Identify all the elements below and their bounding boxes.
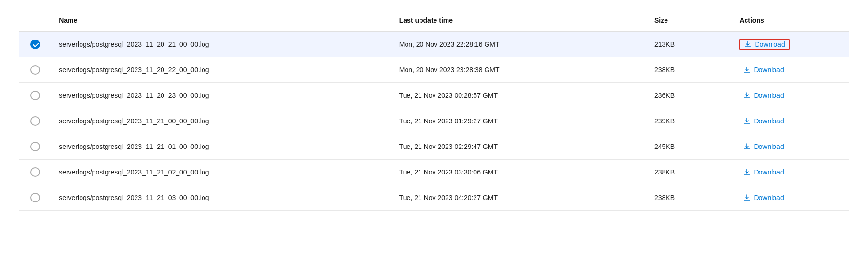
download-icon <box>744 40 752 48</box>
log-files-container: Name Last update time Size Actions serve… <box>0 0 868 220</box>
row-actions-cell: Download <box>732 83 849 108</box>
row-size: 238KB <box>647 57 732 83</box>
table-row: serverlogs/postgresql_2023_11_20_22_00_0… <box>19 57 849 83</box>
download-label: Download <box>754 143 784 150</box>
download-icon <box>743 194 751 201</box>
row-size: 238KB <box>647 185 732 211</box>
row-file-name: serverlogs/postgresql_2023_11_20_22_00_0… <box>51 57 392 83</box>
row-select-radio[interactable] <box>30 142 40 151</box>
row-file-name: serverlogs/postgresql_2023_11_21_01_00_0… <box>51 134 392 160</box>
download-label: Download <box>754 194 784 201</box>
header-checkbox <box>19 10 51 31</box>
row-file-name: serverlogs/postgresql_2023_11_20_23_00_0… <box>51 83 392 108</box>
download-icon <box>743 117 751 125</box>
row-checkbox-cell <box>19 108 51 134</box>
row-actions-cell: Download <box>732 134 849 160</box>
table-row: serverlogs/postgresql_2023_11_21_02_00_0… <box>19 160 849 185</box>
download-label: Download <box>755 40 785 48</box>
row-size: 245KB <box>647 134 732 160</box>
download-button[interactable]: Download <box>739 141 787 152</box>
row-size: 238KB <box>647 160 732 185</box>
row-file-name: serverlogs/postgresql_2023_11_21_03_00_0… <box>51 185 392 211</box>
table-header-row: Name Last update time Size Actions <box>19 10 849 31</box>
row-checkbox-cell <box>19 160 51 185</box>
table-row: serverlogs/postgresql_2023_11_20_21_00_0… <box>19 31 849 57</box>
table-row: serverlogs/postgresql_2023_11_21_00_00_0… <box>19 108 849 134</box>
header-last-update: Last update time <box>392 10 647 31</box>
download-label: Download <box>754 92 784 99</box>
row-checkbox-cell <box>19 185 51 211</box>
row-select-radio[interactable] <box>30 167 40 177</box>
header-name: Name <box>51 10 392 31</box>
download-icon <box>743 168 751 176</box>
row-size: 239KB <box>647 108 732 134</box>
row-last-update: Tue, 21 Nov 2023 03:30:06 GMT <box>392 160 647 185</box>
row-select-radio[interactable] <box>30 193 40 202</box>
table-row: serverlogs/postgresql_2023_11_21_01_00_0… <box>19 134 849 160</box>
download-button[interactable]: Download <box>739 90 787 101</box>
row-checkbox-cell <box>19 31 51 57</box>
header-actions: Actions <box>732 10 849 31</box>
row-last-update: Tue, 21 Nov 2023 04:20:27 GMT <box>392 185 647 211</box>
row-actions-cell: Download <box>732 108 849 134</box>
download-label: Download <box>754 168 784 176</box>
row-last-update: Tue, 21 Nov 2023 02:29:47 GMT <box>392 134 647 160</box>
row-select-radio[interactable] <box>30 40 40 49</box>
download-button[interactable]: Download <box>739 39 789 50</box>
row-checkbox-cell <box>19 57 51 83</box>
table-row: serverlogs/postgresql_2023_11_20_23_00_0… <box>19 83 849 108</box>
download-icon <box>743 66 751 74</box>
row-actions-cell: Download <box>732 31 849 57</box>
download-button[interactable]: Download <box>739 115 787 127</box>
header-size: Size <box>647 10 732 31</box>
download-button[interactable]: Download <box>739 64 787 76</box>
row-actions-cell: Download <box>732 185 849 211</box>
row-size: 236KB <box>647 83 732 108</box>
row-select-radio[interactable] <box>30 65 40 75</box>
row-size: 213KB <box>647 31 732 57</box>
download-icon <box>743 143 751 150</box>
download-button[interactable]: Download <box>739 166 787 178</box>
row-last-update: Tue, 21 Nov 2023 01:29:27 GMT <box>392 108 647 134</box>
row-file-name: serverlogs/postgresql_2023_11_20_21_00_0… <box>51 31 392 57</box>
row-last-update: Tue, 21 Nov 2023 00:28:57 GMT <box>392 83 647 108</box>
row-select-radio[interactable] <box>30 91 40 100</box>
row-actions-cell: Download <box>732 160 849 185</box>
row-last-update: Mon, 20 Nov 2023 23:28:38 GMT <box>392 57 647 83</box>
download-label: Download <box>754 117 784 125</box>
row-checkbox-cell <box>19 134 51 160</box>
row-checkbox-cell <box>19 83 51 108</box>
row-select-radio[interactable] <box>30 116 40 126</box>
row-file-name: serverlogs/postgresql_2023_11_21_00_00_0… <box>51 108 392 134</box>
download-label: Download <box>754 66 784 74</box>
download-icon <box>743 92 751 99</box>
log-files-table: Name Last update time Size Actions serve… <box>19 10 849 211</box>
row-last-update: Mon, 20 Nov 2023 22:28:16 GMT <box>392 31 647 57</box>
row-file-name: serverlogs/postgresql_2023_11_21_02_00_0… <box>51 160 392 185</box>
table-row: serverlogs/postgresql_2023_11_21_03_00_0… <box>19 185 849 211</box>
download-button[interactable]: Download <box>739 192 787 203</box>
row-actions-cell: Download <box>732 57 849 83</box>
